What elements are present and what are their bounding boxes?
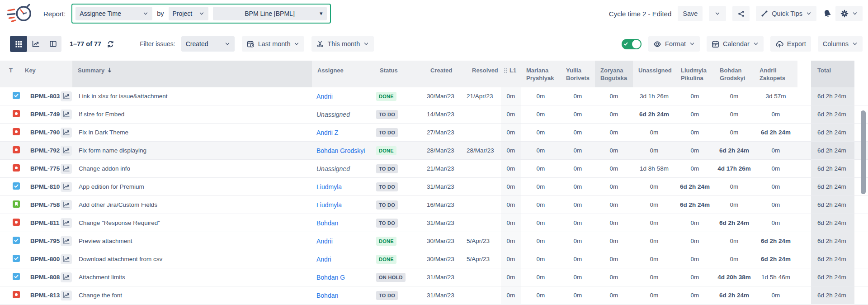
- person-time-cell: 6d 2h 24m: [714, 214, 754, 232]
- quick-tips-button[interactable]: Quick Tips: [756, 6, 816, 21]
- column-header-summary[interactable]: Summary: [72, 61, 312, 87]
- group-by-select[interactable]: Project: [169, 7, 208, 20]
- l1-time-cell: 0m: [501, 286, 521, 304]
- person-time-cell: 6d 2h 24m: [754, 232, 797, 250]
- created-date: 28/Mar/23: [425, 142, 467, 159]
- row-chart-icon[interactable]: [61, 254, 72, 264]
- person-time-cell: 0m: [714, 196, 754, 214]
- row-chart-icon[interactable]: [61, 182, 72, 192]
- assignee-name[interactable]: Liudmyla: [316, 201, 342, 209]
- grid-values-toggle[interactable]: [622, 39, 642, 49]
- report-grid: TKeySummaryAssigneeStatusCreatedResolved…: [0, 61, 868, 305]
- columns-label: Columns: [823, 40, 849, 48]
- row-chart-icon[interactable]: [61, 236, 72, 246]
- created-date: 30/Mar/23: [425, 250, 467, 268]
- column-header-person: Zoryana Bogutska: [595, 61, 633, 87]
- refresh-button[interactable]: [107, 40, 114, 48]
- bug-type-icon: [13, 128, 20, 137]
- status-badge: TO DO: [376, 200, 398, 210]
- task-type-icon: [13, 92, 20, 100]
- status-cell: DONE: [374, 142, 425, 159]
- calendar-icon: [712, 40, 719, 48]
- grid-view-button[interactable]: [10, 36, 27, 52]
- assignee-name[interactable]: Andrii: [316, 238, 333, 245]
- row-scroll-gutter: [854, 87, 868, 105]
- assignee-name[interactable]: Bohdan Grodskyi: [316, 147, 365, 154]
- issue-type-cell: [0, 87, 24, 105]
- row-gap: [797, 142, 811, 159]
- row-scroll-gutter: [854, 286, 868, 304]
- chart-cell: [61, 196, 72, 214]
- columns-button[interactable]: Columns: [818, 36, 863, 52]
- row-chart-icon[interactable]: [61, 146, 72, 156]
- l1-time-cell: 0m: [501, 87, 521, 105]
- assignee-name[interactable]: Andri: [316, 256, 331, 263]
- save-button[interactable]: Save: [678, 6, 703, 21]
- settings-button[interactable]: [835, 6, 863, 21]
- resolved-date: 5/Apr/23: [467, 250, 501, 268]
- person-time-cell: 0m: [561, 160, 595, 177]
- compare-period-button[interactable]: This month: [311, 36, 374, 52]
- total-time-cell: 6d 2h 24m: [811, 232, 854, 250]
- share-button[interactable]: [732, 6, 750, 21]
- person-time-cell: 0m: [521, 124, 561, 141]
- column-header-l1[interactable]: L1: [501, 61, 521, 87]
- table-row: BPML-810App edition for PremiumLiudmylaT…: [0, 178, 868, 196]
- column-header-person: Mariana Pryshlyak: [521, 61, 561, 87]
- assignee-name[interactable]: Bohdan: [316, 219, 338, 227]
- vertical-scrollbar[interactable]: [861, 110, 866, 194]
- assignee-name[interactable]: Andrii Z: [316, 129, 338, 136]
- issue-key: BPML-813: [24, 286, 61, 304]
- issue-summary: App edition for Premium: [72, 178, 312, 195]
- l1-time-cell: 0m: [501, 250, 521, 268]
- format-button[interactable]: Format: [648, 36, 700, 52]
- person-time-cell: 0m: [675, 250, 714, 268]
- person-time-cell: 0m: [675, 214, 714, 232]
- filter-field-select[interactable]: Created: [181, 36, 235, 52]
- row-chart-icon[interactable]: [61, 110, 72, 119]
- row-chart-icon[interactable]: [61, 291, 72, 300]
- export-button[interactable]: Export: [770, 36, 811, 52]
- row-chart-icon[interactable]: [61, 218, 72, 228]
- report-type-select[interactable]: Assignee Time: [75, 7, 152, 20]
- person-time-cell: 0m: [521, 250, 561, 268]
- assignee-name[interactable]: Andrii: [316, 93, 333, 100]
- row-chart-icon[interactable]: [61, 164, 72, 174]
- created-date: 30/Mar/23: [425, 87, 467, 105]
- status-badge: ON HOLD: [376, 273, 406, 282]
- issue-type-cell: [0, 160, 24, 177]
- row-chart-icon[interactable]: [61, 128, 72, 138]
- project-select[interactable]: BPM Line [BPML] ▾: [213, 7, 327, 20]
- resolved-date: [467, 160, 501, 177]
- row-chart-icon[interactable]: [61, 91, 72, 101]
- chevron-down-icon: [199, 11, 204, 16]
- eye-icon: [653, 40, 661, 48]
- assignee-name[interactable]: Bohdan: [316, 292, 338, 299]
- chart-cell: [61, 105, 72, 123]
- row-scroll-gutter: [854, 250, 868, 268]
- save-options-button[interactable]: [709, 6, 726, 21]
- table-row: BPML-758Add other Jira/Custom FieldsLiud…: [0, 196, 868, 214]
- status-badge: TO DO: [376, 164, 398, 173]
- total-time-cell: 6d 2h 24m: [811, 124, 854, 141]
- board-view-button[interactable]: [44, 36, 61, 52]
- calendar-button[interactable]: Calendar: [707, 36, 764, 52]
- person-time-cell: 0m: [521, 87, 561, 105]
- issue-key: BPML-792: [24, 142, 61, 159]
- issue-key: BPML-811: [24, 214, 61, 232]
- assignee-name[interactable]: Liudmyla: [316, 183, 342, 191]
- person-time-cell: 0m: [675, 286, 714, 304]
- row-chart-icon[interactable]: [61, 200, 72, 210]
- total-time-cell: 6d 2h 24m: [811, 250, 854, 268]
- stopwatch-logo-icon: [6, 1, 34, 26]
- row-gap: [797, 178, 811, 195]
- person-time-cell: 6d 2h 24m: [714, 142, 754, 159]
- assignee-name[interactable]: Bohdan G: [316, 274, 345, 281]
- notifications-bell-icon[interactable]: [823, 9, 832, 18]
- person-time-cell: 6d 2h 24m: [754, 124, 797, 141]
- row-chart-icon[interactable]: [61, 272, 72, 282]
- chart-view-button[interactable]: [27, 36, 44, 52]
- person-time-cell: 0m: [633, 142, 675, 159]
- status-cell: ON HOLD: [374, 268, 425, 286]
- period-select-button[interactable]: Last month: [242, 36, 305, 52]
